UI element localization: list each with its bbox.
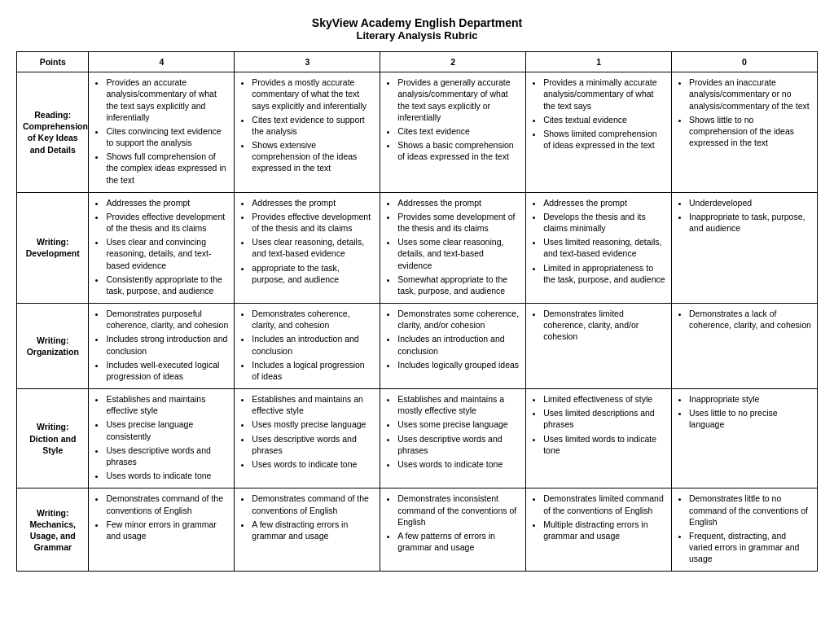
row-header-writing-mechanics: Writing: Mechanics, Usage, and Grammar [17,488,89,572]
list-item: Demonstrates inconsistent command of the… [397,493,520,528]
table-row-writing-development: Writing: DevelopmentAddresses the prompt… [17,192,818,303]
header-col2: 2 [380,52,526,72]
title-line2: Literary Analysis Rubric [16,29,818,42]
cell-writing-development-col4: Addresses the promptProvides effective d… [89,192,235,303]
list-item: Uses precise language consistently [106,418,228,441]
list-item: Includes a logical progression of ideas [252,359,374,382]
list-item: Provides effective development of the th… [106,211,228,234]
list-item: Establishes and maintains an effective s… [252,393,374,416]
list-item: Shows limited comprehension of ideas exp… [543,128,665,151]
list-item: Demonstrates little to no command of the… [689,493,811,528]
cell-list-writing-development-col0: UnderdevelopedInappropriate to task, pur… [678,197,811,234]
cell-writing-mechanics-col3: Demonstrates command of the conventions … [235,488,380,572]
list-item: Demonstrates limited command of the conv… [543,493,665,515]
list-item: Uses descriptive words and phrases [397,433,520,456]
cell-writing-development-col3: Addresses the promptProvides effective d… [235,192,380,303]
cell-writing-organization-col0: Demonstrates a lack of coherence, clarit… [672,304,818,389]
list-item: Few minor errors in grammar and usage [106,519,228,541]
list-item: Uses limited descriptions and phrases [543,407,665,430]
cell-reading-comprehension-col0: Provides an inaccurate analysis/commenta… [672,72,818,193]
list-item: Provides a minimally accurate analysis/c… [543,77,665,112]
cell-writing-mechanics-col0: Demonstrates little to no command of the… [672,488,818,572]
page-title: SkyView Academy English Department Liter… [16,16,818,42]
cell-list-writing-diction-col2: Establishes and maintains a mostly effec… [386,393,520,470]
list-item: Demonstrates purposeful coherence, clari… [106,308,228,331]
list-item: Limited effectiveness of style [543,393,665,405]
list-item: Uses descriptive words and phrases [252,433,374,456]
cell-list-writing-development-col3: Addresses the promptProvides effective d… [240,197,374,285]
cell-list-writing-development-col2: Addresses the promptProvides some develo… [386,197,520,296]
list-item: Uses clear and convincing reasoning, det… [106,236,228,271]
list-item: Includes well-executed logical progressi… [106,359,228,382]
title-line1: SkyView Academy English Department [16,16,818,29]
list-item: Provides an accurate analysis/commentary… [106,77,228,123]
list-item: Establishes and maintains a mostly effec… [397,393,520,416]
cell-writing-mechanics-col1: Demonstrates limited command of the conv… [526,488,672,572]
list-item: A few patterns of errors in grammar and … [397,530,520,553]
list-item: Uses little to no precise language [689,407,811,430]
list-item: Provides effective development of the th… [252,211,374,234]
row-header-reading-comprehension: Reading: Comprehension of Key Ideas and … [17,72,89,193]
header-col3: 3 [235,52,380,72]
cell-list-writing-diction-col0: Inappropriate styleUses little to no pre… [678,393,811,431]
cell-list-writing-organization-col0: Demonstrates a lack of coherence, clarit… [678,308,811,331]
cell-writing-development-col1: Addresses the promptDevelops the thesis … [526,192,672,303]
cell-writing-organization-col2: Demonstrates some coherence, clarity, an… [380,304,526,389]
list-item: Demonstrates a lack of coherence, clarit… [689,308,811,331]
list-item: Cites text evidence to support the analy… [252,114,374,137]
list-item: Provides an inaccurate analysis/commenta… [689,77,811,112]
header-col1: 1 [526,52,672,72]
table-row-writing-organization: Writing: OrganizationDemonstrates purpos… [17,304,818,389]
cell-writing-development-col2: Addresses the promptProvides some develo… [380,192,526,303]
table-row-reading-comprehension: Reading: Comprehension of Key Ideas and … [17,72,818,193]
cell-list-writing-diction-col3: Establishes and maintains an effective s… [240,393,374,470]
list-item: Frequent, distracting, and varied errors… [689,530,811,565]
cell-list-writing-organization-col4: Demonstrates purposeful coherence, clari… [94,308,228,382]
list-item: Includes an introduction and conclusion [252,333,374,356]
cell-writing-organization-col3: Demonstrates coherence, clarity, and coh… [235,304,380,389]
cell-writing-mechanics-col4: Demonstrates command of the conventions … [89,488,235,572]
cell-reading-comprehension-col1: Provides a minimally accurate analysis/c… [526,72,672,193]
cell-list-writing-organization-col2: Demonstrates some coherence, clarity, an… [386,308,520,370]
list-item: Uses words to indicate tone [106,470,228,481]
cell-writing-mechanics-col2: Demonstrates inconsistent command of the… [380,488,526,572]
cell-list-writing-diction-col4: Establishes and maintains effective styl… [94,393,228,481]
row-header-writing-development: Writing: Development [17,192,89,303]
cell-writing-diction-col3: Establishes and maintains an effective s… [235,389,380,488]
cell-list-reading-comprehension-col3: Provides a mostly accurate commentary of… [240,77,374,173]
cell-writing-organization-col1: Demonstrates limited coherence, clarity,… [526,304,672,389]
list-item: Uses words to indicate tone [397,458,520,470]
list-item: Addresses the prompt [397,197,520,208]
list-item: Uses clear reasoning, details, and text-… [252,236,374,259]
cell-list-writing-diction-col1: Limited effectiveness of styleUses limit… [532,393,665,456]
cell-list-writing-mechanics-col1: Demonstrates limited command of the conv… [532,493,665,541]
list-item: Uses descriptive words and phrases [106,445,228,467]
list-item: Inappropriate to task, purpose, and audi… [689,211,811,234]
list-item: Underdeveloped [689,197,811,208]
cell-list-writing-organization-col1: Demonstrates limited coherence, clarity,… [532,308,665,343]
cell-writing-diction-col0: Inappropriate styleUses little to no pre… [672,389,818,488]
list-item: Shows little to no comprehension of the … [689,114,811,149]
list-item: Includes logically grouped ideas [397,359,520,370]
list-item: Provides a generally accurate analysis/c… [397,77,520,123]
list-item: Shows extensive comprehension of the ide… [252,139,374,174]
list-item: Uses some precise language [397,418,520,430]
list-item: Provides a mostly accurate commentary of… [252,77,374,112]
cell-writing-development-col0: UnderdevelopedInappropriate to task, pur… [672,192,818,303]
list-item: Includes an introduction and conclusion [397,333,520,356]
cell-list-writing-mechanics-col2: Demonstrates inconsistent command of the… [386,493,520,553]
list-item: Consistently appropriate to the task, pu… [106,274,228,296]
cell-list-reading-comprehension-col4: Provides an accurate analysis/commentary… [94,77,228,186]
list-item: Shows full comprehension of the complex … [106,151,228,186]
list-item: Provides some development of the thesis … [397,211,520,234]
header-col4: 4 [89,52,235,72]
list-item: Somewhat appropriate to the task, purpos… [397,274,520,296]
cell-reading-comprehension-col4: Provides an accurate analysis/commentary… [89,72,235,193]
list-item: Limited in appropriateness to the task, … [543,262,665,285]
cell-list-writing-development-col4: Addresses the promptProvides effective d… [94,197,228,296]
list-item: Uses limited reasoning, details, and tex… [543,236,665,259]
row-header-writing-organization: Writing: Organization [17,304,89,389]
cell-reading-comprehension-col2: Provides a generally accurate analysis/c… [380,72,526,193]
list-item: Inappropriate style [689,393,811,405]
list-item: Cites text evidence [397,125,520,137]
